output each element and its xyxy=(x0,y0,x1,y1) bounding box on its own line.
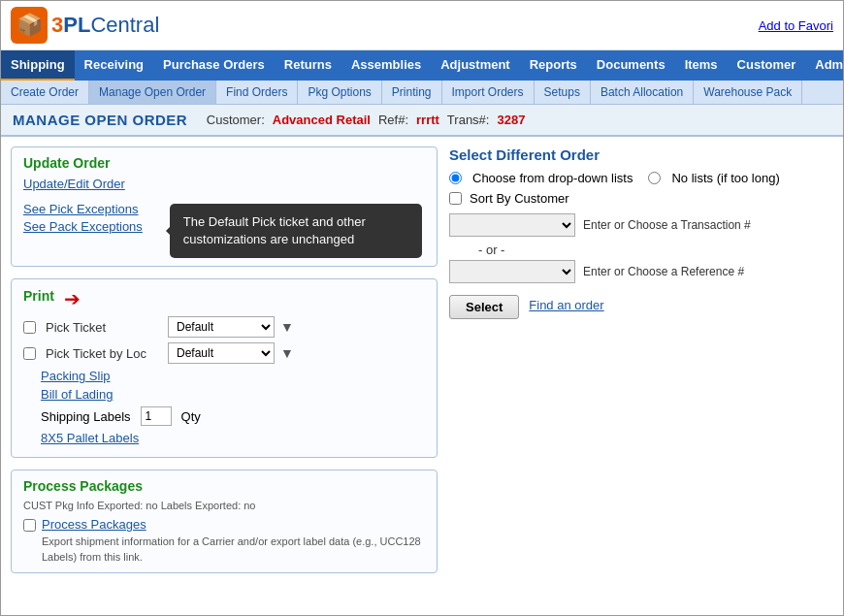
find-order-link[interactable]: Find an order xyxy=(529,298,603,312)
pick-exceptions-link[interactable]: See Pick Exceptions xyxy=(23,202,143,216)
customer-label: Customer: xyxy=(207,113,265,127)
logo-text: 3PLCentral xyxy=(51,13,159,38)
nav-reports[interactable]: Reports xyxy=(520,50,587,81)
bill-of-lading-link[interactable]: Bill of Lading xyxy=(41,387,425,402)
pack-exceptions-link[interactable]: See Pack Exceptions xyxy=(23,219,143,234)
process-packages-desc: Export shipment information for a Carrie… xyxy=(42,535,425,565)
nav-returns[interactable]: Returns xyxy=(275,50,341,81)
reference-select[interactable] xyxy=(449,260,575,283)
pick-ticket-label: Pick Ticket xyxy=(46,320,162,335)
pick-ticket-row: Pick Ticket Default Custom 1 Custom 2 ▼ xyxy=(23,316,425,338)
arrow-right-icon: ➔ xyxy=(64,287,81,310)
ref-label: Ref#: xyxy=(378,113,408,127)
sort-by-customer-label: Sort By Customer xyxy=(470,191,569,206)
print-section-title: Print xyxy=(23,288,54,304)
subnav-printing[interactable]: Printing xyxy=(382,81,442,104)
trans-label: Trans#: xyxy=(447,113,490,127)
pick-ticket-by-loc-checkbox[interactable] xyxy=(23,347,36,360)
pick-ticket-dropdown-icon: ▼ xyxy=(280,319,294,335)
packing-slip-link[interactable]: Packing Slip xyxy=(41,369,425,383)
ref-value: rrrtt xyxy=(416,113,439,127)
radio-dropdown-label: Choose from drop-down lists xyxy=(472,171,633,185)
process-packages-row: Process Packages Export shipment informa… xyxy=(23,517,425,565)
nav-customer[interactable]: Customer xyxy=(728,50,806,81)
subnav-warehouse-pack[interactable]: Warehouse Pack xyxy=(694,81,802,104)
print-section: Print ➔ Pick Ticket Default Custom 1 Cus… xyxy=(11,278,438,458)
transaction-field-label: Enter or Choose a Transaction # xyxy=(583,218,751,232)
reference-select-group: Enter or Choose a Reference # xyxy=(449,260,833,283)
radio-row-lists: Choose from drop-down lists No lists (if… xyxy=(449,171,833,185)
pick-ticket-select[interactable]: Default Custom 1 Custom 2 xyxy=(168,316,275,338)
shipping-labels-qty-input[interactable] xyxy=(141,406,172,426)
page-title-bar: Manage Open Order Customer: Advanced Ret… xyxy=(1,105,843,137)
sort-by-customer-checkbox[interactable] xyxy=(449,192,462,205)
header: 3PLCentral Add to Favori xyxy=(1,1,843,50)
sub-nav: Create Order Manage Open Order Find Orde… xyxy=(1,81,843,105)
radio-dropdown[interactable] xyxy=(449,172,462,184)
nav-shipping[interactable]: Shipping xyxy=(1,50,75,81)
subnav-pkg-options[interactable]: Pkg Options xyxy=(298,81,381,104)
update-order-section: Update Order Update/Edit Order See Pick … xyxy=(11,146,438,267)
qty-label: Qty xyxy=(181,409,201,424)
left-panel: Update Order Update/Edit Order See Pick … xyxy=(11,146,438,585)
pick-ticket-by-loc-dropdown-icon: ▼ xyxy=(280,345,294,361)
subnav-setups[interactable]: Setups xyxy=(535,81,591,104)
shipping-labels-row: Shipping Labels Qty xyxy=(41,406,425,426)
pick-ticket-by-loc-label: Pick Ticket by Loc xyxy=(46,346,162,361)
process-packages-section: Process Packages CUST Pkg Info Exported:… xyxy=(11,470,438,573)
select-button[interactable]: Select xyxy=(449,295,519,319)
radio-no-lists-label: No lists (if too long) xyxy=(671,171,779,185)
nav-assemblies[interactable]: Assemblies xyxy=(341,50,431,81)
nav-documents[interactable]: Documents xyxy=(587,50,675,81)
pick-ticket-by-loc-select[interactable]: Default Custom 1 Custom 2 xyxy=(168,342,275,364)
transaction-select[interactable] xyxy=(449,213,575,237)
page-title: Manage Open Order xyxy=(13,112,187,128)
update-order-title: Update Order xyxy=(23,155,425,171)
subnav-import-orders[interactable]: Import Orders xyxy=(442,81,535,104)
customer-name-value: Advanced Retail xyxy=(273,113,371,127)
subnav-batch-allocation[interactable]: Batch Allocation xyxy=(591,81,694,104)
transaction-select-group: Enter or Choose a Transaction # xyxy=(449,213,833,237)
or-separator: - or - xyxy=(478,243,833,257)
subnav-manage-open-order[interactable]: Manage Open Order xyxy=(89,81,216,104)
reference-field-label: Enter or Choose a Reference # xyxy=(583,265,744,278)
add-to-favorites-link[interactable]: Add to Favori xyxy=(759,18,833,33)
trans-value: 3287 xyxy=(497,113,525,127)
main-content: Update Order Update/Edit Order See Pick … xyxy=(1,137,843,595)
nav-adjustment[interactable]: Adjustment xyxy=(431,50,520,81)
logo-icon xyxy=(11,7,48,44)
nav-purchase-orders[interactable]: Purchase Orders xyxy=(153,50,275,81)
sort-by-customer-row: Sort By Customer xyxy=(449,191,833,206)
find-row: Select Find an order xyxy=(449,291,833,319)
subnav-find-orders[interactable]: Find Orders xyxy=(216,81,298,104)
right-panel: Select Different Order Choose from drop-… xyxy=(449,146,833,585)
process-packages-checkbox[interactable] xyxy=(23,519,36,532)
process-packages-link[interactable]: Process Packages xyxy=(42,517,146,532)
pallet-labels-link[interactable]: 8X5 Pallet Labels xyxy=(41,431,425,445)
shipping-labels-label: Shipping Labels xyxy=(41,409,131,424)
nav-items[interactable]: Items xyxy=(675,50,728,81)
nav-receiving[interactable]: Receiving xyxy=(75,50,153,81)
pick-ticket-checkbox[interactable] xyxy=(23,321,36,334)
process-packages-title: Process Packages xyxy=(23,478,425,494)
main-nav: Shipping Receiving Purchase Orders Retur… xyxy=(1,50,843,81)
update-edit-order-link[interactable]: Update/Edit Order xyxy=(23,177,425,191)
radio-no-lists[interactable] xyxy=(648,172,661,184)
logo: 3PLCentral xyxy=(11,7,159,44)
nav-admin[interactable]: Admin xyxy=(805,50,844,81)
select-different-order-title: Select Different Order xyxy=(449,146,833,163)
subnav-create-order[interactable]: Create Order xyxy=(1,81,89,104)
cust-pkg-info: CUST Pkg Info Exported: no Labels Export… xyxy=(23,500,425,511)
tooltip-callout: The Default Pick ticket and other custom… xyxy=(170,204,422,258)
pick-ticket-by-loc-row: Pick Ticket by Loc Default Custom 1 Cust… xyxy=(23,342,425,364)
